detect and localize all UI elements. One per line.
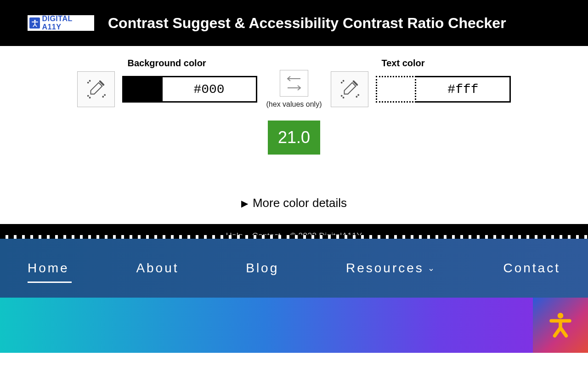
svg-point-0: [34, 20, 36, 22]
eyedropper-icon: [85, 78, 107, 101]
accessibility-person-icon: [547, 310, 574, 340]
main-nav: Home About Blog Resources ⌄ Contact: [0, 239, 588, 298]
svg-point-3: [102, 96, 103, 97]
arrow-right-icon: [285, 84, 303, 92]
svg-point-15: [558, 313, 564, 319]
nav-blog[interactable]: Blog: [246, 261, 279, 276]
eyedropper-icon: [339, 78, 360, 101]
footer-contact-link[interactable]: Contact: [252, 231, 281, 239]
nav-contact[interactable]: Contact: [503, 261, 560, 276]
swap-colors-button[interactable]: [280, 70, 308, 97]
eyedropper-bg-button[interactable]: [77, 71, 115, 107]
gradient-strip: [0, 298, 588, 353]
eyedropper-fg-button[interactable]: [331, 71, 368, 107]
svg-point-14: [343, 97, 344, 98]
svg-point-13: [341, 95, 342, 96]
nav-about[interactable]: About: [136, 261, 179, 276]
swap-column: (hex values only): [266, 70, 322, 109]
bg-swatch[interactable]: [122, 76, 163, 103]
nav-home[interactable]: Home: [28, 261, 69, 276]
svg-point-2: [89, 80, 90, 81]
nav-resources[interactable]: Resources ⌄: [346, 261, 436, 276]
svg-point-1: [87, 82, 88, 83]
hex-note: (hex values only): [266, 100, 322, 109]
svg-point-12: [358, 94, 359, 95]
controls-area: Background color: [0, 46, 588, 224]
svg-point-6: [89, 97, 90, 98]
background-label: Background color: [128, 58, 206, 69]
svg-point-5: [87, 95, 88, 96]
svg-point-11: [356, 96, 357, 97]
more-details-label: More color details: [253, 196, 347, 210]
logo-text: DIGITAL A11Y: [42, 15, 92, 31]
svg-point-4: [104, 94, 105, 95]
fg-swatch[interactable]: [376, 76, 416, 103]
background-color-group: Background color: [77, 58, 257, 107]
chevron-down-icon: ⌄: [428, 263, 436, 273]
top-header: DIGITAL A11Y Contrast Suggest & Accessib…: [0, 0, 588, 46]
footer-bar: Help Contact © 2022 DigitalA11Y: [0, 224, 588, 239]
footer-help-link[interactable]: Help: [226, 231, 243, 239]
footer-copyright: © 2022 DigitalA11Y: [290, 231, 362, 239]
accessibility-person-icon: [29, 17, 40, 29]
accessibility-widget-button[interactable]: [533, 298, 588, 353]
svg-point-9: [341, 82, 342, 83]
page-title: Contrast Suggest & Accessibility Contras…: [108, 15, 506, 32]
triangle-right-icon: ▶: [241, 198, 248, 209]
fg-hex-input[interactable]: [416, 76, 511, 103]
more-details-toggle[interactable]: ▶ More color details: [0, 196, 588, 210]
contrast-ratio-value: 21.0: [268, 121, 320, 155]
bg-hex-input[interactable]: [163, 76, 257, 103]
logo[interactable]: DIGITAL A11Y: [28, 15, 94, 31]
text-color-group: Text color: [331, 58, 511, 107]
text-color-label: Text color: [381, 58, 424, 69]
arrow-left-icon: [285, 75, 303, 83]
svg-point-10: [343, 80, 344, 81]
